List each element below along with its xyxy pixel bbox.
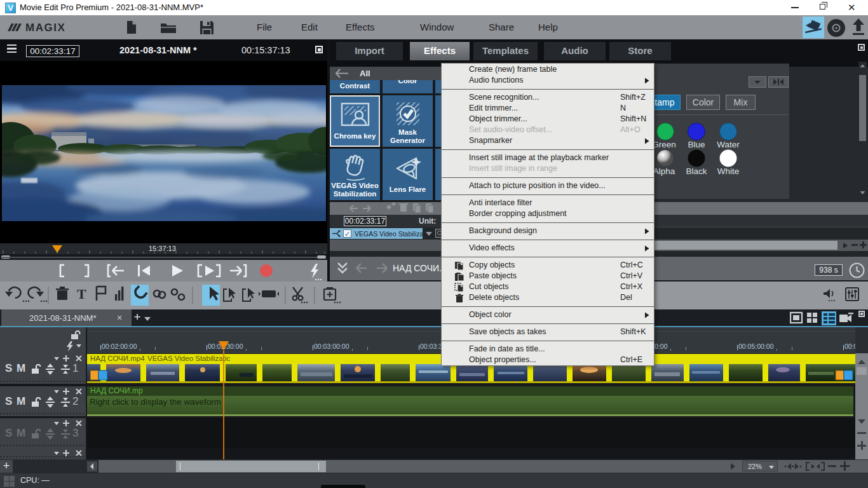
svg-text:Green: Green [652,140,676,149]
svg-text:T: T [77,286,86,302]
svg-text:MAGIX: MAGIX [25,22,65,34]
svg-text:White: White [717,166,740,176]
svg-text:Black: Black [686,166,707,176]
svg-text:Water: Water [717,140,740,149]
svg-text:Blue: Blue [688,140,705,149]
svg-text:Alpha: Alpha [653,166,675,176]
